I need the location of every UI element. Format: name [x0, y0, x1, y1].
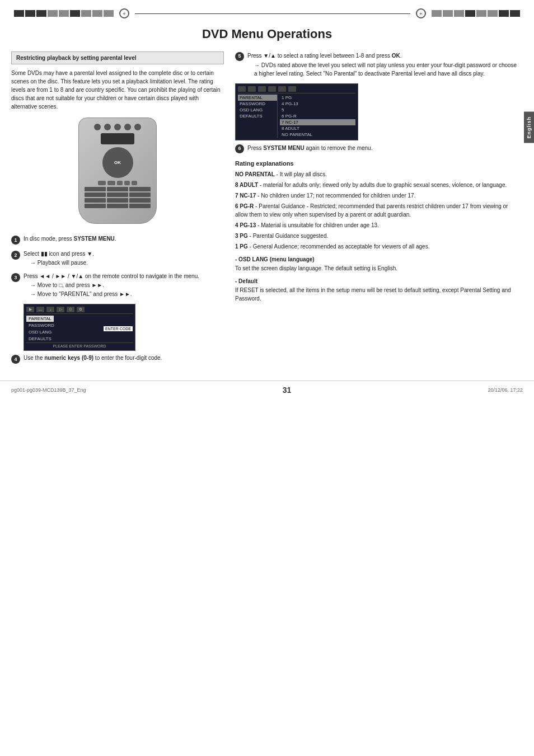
footer-right: 20/12/06, 17:22: [488, 387, 523, 393]
screen-mockup-2: PARENTAL PASSWORD OSD LANG DEFAULTS 1 PG…: [235, 83, 358, 140]
step-6: 6 Press SYSTEM MENU again to remove the …: [235, 144, 517, 153]
remote-btn: [107, 181, 115, 185]
main-content: Restricting playback by setting parental…: [0, 51, 534, 369]
step-2: 2 Select ▮▮ icon and press ▼. Playback w…: [11, 250, 224, 267]
screen-icon: —: [36, 307, 44, 312]
screen-icon-2: [248, 86, 256, 92]
seg: [14, 10, 24, 17]
rating-label: 6 PG-R: [235, 203, 254, 209]
remote-button: [94, 124, 101, 130]
num-btn: [129, 192, 151, 197]
seg: [81, 10, 91, 17]
rating-label: 8 ADULT: [235, 182, 258, 188]
step-number-2: 2: [11, 251, 20, 260]
screen-left-panel: PARENTAL PASSWORD OSD LANG DEFAULTS: [26, 315, 65, 342]
rating-label: 7 NC-17: [235, 192, 256, 199]
num-btn: [107, 187, 128, 191]
rating-pg13-desc: 4 PG-13 - Material is unsuitable for chi…: [235, 221, 517, 229]
step-1-content: In disc mode, press SYSTEM MENU.: [24, 235, 224, 243]
rating-3pg-desc: 3 PG - Parental Guidance suggested.: [235, 232, 517, 240]
rating-no-parental-desc: NO PARENTAL - It will play all discs.: [235, 170, 517, 179]
page-title: DVD Menu Operations: [0, 27, 534, 41]
remote-numpad: [85, 187, 151, 208]
screen-menu-row: PARENTAL: [26, 316, 65, 322]
rating-pgr-desc: 6 PG-R - Parental Guidance - Restricted;…: [235, 202, 517, 219]
seg: [36, 10, 46, 17]
screen-content-area: PARENTAL PASSWORD OSD LANG DEFAULTS 1 PG…: [238, 95, 355, 138]
step-number-3: 3: [11, 273, 20, 282]
screen-content: PARENTAL PASSWORD OSD LANG DEFAULTS ENTE…: [26, 315, 133, 342]
screen-menu-bar-2: [238, 86, 355, 93]
header-segments-right: [432, 10, 520, 17]
header-segments-left: [14, 10, 114, 17]
rating-section-title: Rating explanations: [235, 160, 517, 167]
left-column: Restricting playback by setting parental…: [11, 51, 224, 369]
footer-left: pg001-pg039-MCD139B_37_Eng: [11, 387, 86, 393]
step-number-4: 4: [11, 355, 20, 364]
seg: [510, 10, 520, 17]
screen-defaults-item-2: DEFAULTS: [238, 113, 277, 119]
seg: [443, 10, 453, 17]
rating-label: 3 PG: [235, 233, 248, 239]
num-btn: [85, 192, 106, 197]
section-heading: Restricting playback by setting parental…: [11, 51, 224, 64]
screen-icon-2: [238, 86, 246, 92]
rating-nc17-desc: 7 NC-17 - No children under 17; not reco…: [235, 191, 517, 200]
num-btn: [85, 198, 106, 203]
screen-icon: ▷: [57, 307, 64, 312]
rating-adult-desc: 8 ADULT - material for adults only; riew…: [235, 181, 517, 189]
enter-code-box: ENTER CODE: [104, 326, 133, 331]
num-btn: [107, 204, 128, 208]
remote-btn: [117, 181, 123, 185]
step-number-5: 5: [235, 52, 244, 61]
num-btn: [129, 198, 151, 203]
num-btn: [129, 204, 151, 208]
step-3-content: Press ◄◄ / ►► / ▼/▲ on the remote contro…: [24, 273, 224, 298]
screen-icon: ✿: [77, 307, 85, 312]
intro-text: Some DVDs may have a parental level assi…: [11, 69, 224, 111]
seg: [70, 10, 80, 17]
step-6-bold: SYSTEM MENU: [263, 145, 304, 151]
screen-right-panel: ENTER CODE: [65, 315, 133, 342]
header-circle-left: [119, 8, 129, 18]
osd-title: - OSD LANG (menu language): [235, 256, 517, 262]
screen-menu-row: OSD LANG: [26, 329, 65, 335]
seg: [465, 10, 475, 17]
step-1: 1 In disc mode, press SYSTEM MENU.: [11, 235, 224, 245]
screen-osdlang-item: OSD LANG: [26, 329, 54, 335]
header-line: [135, 13, 410, 14]
seg: [92, 10, 102, 17]
num-btn: [107, 198, 128, 203]
step-4-bold: numeric keys (0-9): [44, 355, 93, 361]
rating-5: 5: [280, 107, 355, 113]
seg: [476, 10, 486, 17]
default-section: - Default If RESET is selected, all the …: [235, 278, 517, 303]
osd-text: To set the screen display language. The …: [235, 264, 517, 273]
screen-icon-2: [278, 86, 286, 92]
step-3: 3 Press ◄◄ / ►► / ▼/▲ on the remote cont…: [11, 273, 224, 298]
screen-right-menu: 1 PG 4 PG-13 5 6 PG-R 7 NC-17 8 ADULT NO…: [277, 95, 355, 138]
remote-button: [134, 124, 141, 130]
step-number-1: 1: [11, 236, 20, 245]
screen-password-item-2: PASSWORD: [238, 101, 277, 107]
num-btn: [85, 204, 106, 208]
seg: [59, 10, 69, 17]
step-6-content: Press SYSTEM MENU again to remove the me…: [247, 144, 372, 152]
screen-menu-row: DEFAULTS: [26, 336, 65, 342]
screen-osdlang-item-2: OSD LANG: [238, 107, 277, 113]
remote-ok-button: OK: [102, 147, 133, 178]
step-4: 4 Use the numeric keys (0-9) to enter th…: [11, 354, 224, 364]
step-5-content: Press ▼/▲ to select a rating level betwe…: [247, 51, 517, 78]
remote-screen: [101, 133, 134, 144]
step-2-content: Select ▮▮ icon and press ▼. Playback wil…: [24, 250, 224, 267]
screen-password-item: PASSWORD: [26, 322, 57, 328]
seg: [432, 10, 442, 17]
step-5-arrow: DVDs rated above the level you select wi…: [254, 61, 517, 78]
screen-icon-2: [258, 86, 266, 92]
seg: [454, 10, 464, 17]
step-3-arrow-1: Move to □, and press ►►.: [30, 281, 224, 289]
screen-defaults-item: DEFAULTS: [26, 336, 54, 342]
screen-parental-item: PARENTAL: [26, 316, 54, 322]
seg: [25, 10, 35, 17]
rating-1pg-desc: 1 PG - General Audience; recommended as …: [235, 242, 517, 251]
